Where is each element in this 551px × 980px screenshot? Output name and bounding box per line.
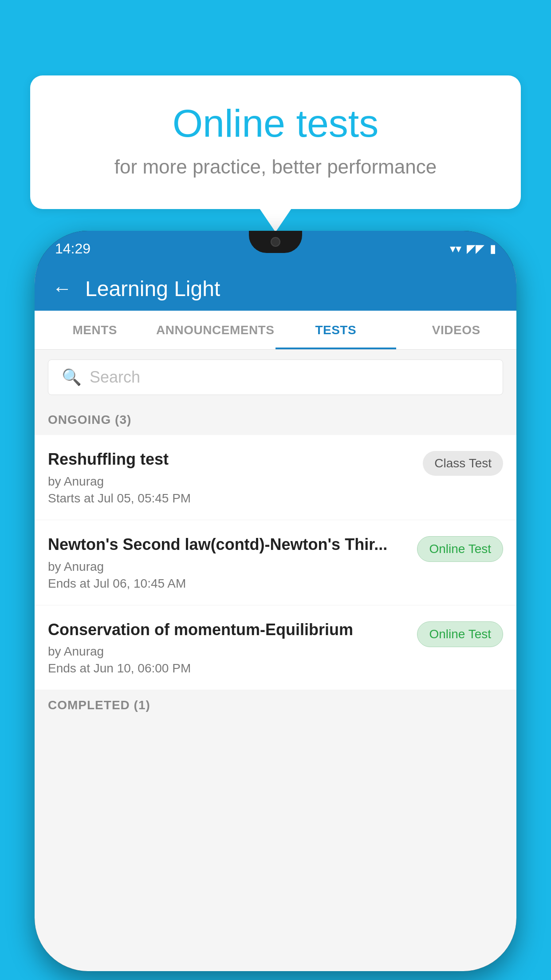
tabs-bar: MENTS ANNOUNCEMENTS TESTS VIDEOS (35, 311, 516, 350)
test-name-1: Reshuffling test (48, 449, 414, 470)
test-author-2: by Anurag (48, 560, 408, 574)
test-name-2: Newton's Second law(contd)-Newton's Thir… (48, 534, 408, 555)
test-badge-3: Online Test (417, 621, 503, 647)
back-button[interactable]: ← (52, 279, 72, 298)
wifi-icon: ▾▾ (450, 242, 461, 256)
test-date-3: Ends at Jun 10, 06:00 PM (48, 661, 408, 676)
tab-videos[interactable]: VIDEOS (396, 311, 517, 349)
tab-announcements[interactable]: ANNOUNCEMENTS (155, 311, 276, 349)
test-item-1[interactable]: Reshuffling test by Anurag Starts at Jul… (35, 435, 516, 520)
phone-frame: 14:29 ▾▾ ◤◤ ▮ ← Learning Light MENTS ANN… (35, 231, 516, 971)
phone-screen: ← Learning Light MENTS ANNOUNCEMENTS TES… (35, 266, 516, 971)
bubble-title: Online tests (66, 102, 485, 145)
app-header: ← Learning Light (35, 266, 516, 311)
battery-icon: ▮ (490, 242, 496, 256)
phone-notch (249, 231, 302, 253)
test-info-1: Reshuffling test by Anurag Starts at Jul… (48, 449, 414, 506)
speech-bubble: Online tests for more practice, better p… (30, 75, 521, 209)
test-info-3: Conservation of momentum-Equilibrium by … (48, 620, 408, 676)
front-camera (271, 237, 280, 247)
status-icons: ▾▾ ◤◤ ▮ (450, 242, 496, 256)
app-header-title: Learning Light (85, 277, 220, 301)
search-icon: 🔍 (62, 368, 82, 387)
test-name-3: Conservation of momentum-Equilibrium (48, 620, 408, 640)
search-box[interactable]: 🔍 Search (48, 360, 503, 395)
status-time: 14:29 (55, 241, 91, 257)
tests-list: Reshuffling test by Anurag Starts at Jul… (35, 435, 516, 690)
test-info-2: Newton's Second law(contd)-Newton's Thir… (48, 534, 408, 591)
test-date-1: Starts at Jul 05, 05:45 PM (48, 491, 414, 506)
completed-section-header: COMPLETED (1) (35, 690, 516, 720)
tab-ments[interactable]: MENTS (35, 311, 155, 349)
test-date-2: Ends at Jul 06, 10:45 AM (48, 577, 408, 591)
completed-label: COMPLETED (1) (48, 698, 150, 712)
test-author-3: by Anurag (48, 644, 408, 659)
test-badge-2: Online Test (417, 536, 503, 562)
ongoing-label: ONGOING (3) (48, 413, 131, 427)
signal-icon: ◤◤ (467, 242, 484, 256)
search-container: 🔍 Search (35, 350, 516, 405)
test-item-2[interactable]: Newton's Second law(contd)-Newton's Thir… (35, 520, 516, 605)
status-bar: 14:29 ▾▾ ◤◤ ▮ (35, 231, 516, 266)
test-author-1: by Anurag (48, 474, 414, 489)
test-item-3[interactable]: Conservation of momentum-Equilibrium by … (35, 605, 516, 691)
ongoing-section-header: ONGOING (3) (35, 405, 516, 435)
test-badge-1: Class Test (423, 451, 503, 476)
search-placeholder: Search (90, 368, 140, 387)
tab-tests[interactable]: TESTS (276, 311, 396, 349)
bubble-subtitle: for more practice, better performance (66, 156, 485, 178)
